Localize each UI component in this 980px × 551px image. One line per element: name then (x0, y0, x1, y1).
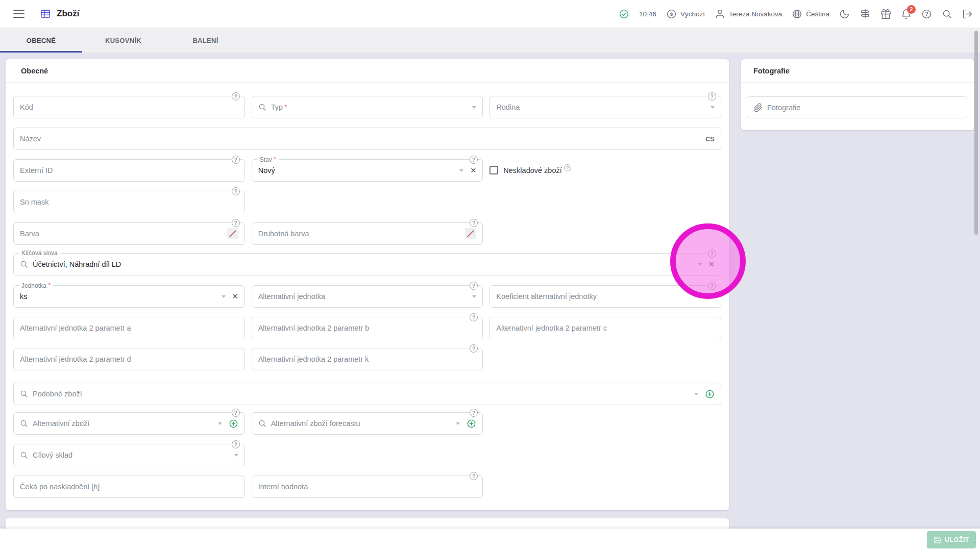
jednotka-field[interactable]: Jednotka ks (13, 285, 245, 308)
gift-icon[interactable] (880, 9, 891, 19)
sn-mask-field[interactable]: Sn mask (13, 191, 245, 213)
field-label: Alternativní jednotka 2 parametr a (20, 324, 131, 332)
dark-mode-moon-icon[interactable] (839, 9, 850, 19)
tab-obecne[interactable]: OBECNÉ (0, 28, 82, 53)
chevron-down-icon[interactable] (698, 263, 702, 266)
help-icon[interactable] (470, 344, 478, 353)
help-icon[interactable] (708, 92, 716, 101)
help-icon[interactable] (232, 440, 240, 448)
field-label: Alternativní jednotka 2 parametr k (258, 355, 369, 363)
help-circle-icon[interactable]: ? (921, 9, 932, 19)
search-icon[interactable] (942, 9, 952, 19)
user-button[interactable]: Tereza Nováková (715, 9, 782, 19)
druhotna-barva-field[interactable]: Druhotná barva (252, 222, 483, 245)
param-c-field[interactable]: Alternativní jednotka 2 parametr c (489, 317, 721, 339)
chevron-down-icon[interactable] (472, 106, 476, 109)
neskladove-zbozi-checkbox[interactable]: Neskladové zboží (489, 159, 721, 182)
globe-icon (792, 9, 802, 19)
field-label: Kód (20, 103, 33, 111)
field-label: Stav (260, 156, 276, 163)
ceka-po-naskladneni-field[interactable]: Čeká po naskladnění [h] (13, 475, 245, 498)
app-header: Zboží 10:46 $ Výchozí Tereza Novákov (0, 0, 980, 28)
chevron-down-icon[interactable] (234, 454, 238, 457)
clear-icon[interactable] (232, 293, 238, 300)
clear-icon[interactable] (470, 167, 476, 174)
param-d-field[interactable]: Alternativní jednotka 2 parametr d (13, 348, 245, 370)
help-icon[interactable] (470, 219, 478, 227)
add-icon[interactable] (467, 419, 476, 429)
param-a-field[interactable]: Alternativní jednotka 2 parametr a (13, 317, 245, 339)
svg-text:?: ? (925, 11, 928, 17)
interni-hodnota-field[interactable]: Interní hodnota (252, 475, 483, 498)
rodina-field[interactable]: Rodina (489, 96, 721, 118)
notifications-bell-icon[interactable]: 2 (901, 9, 912, 19)
help-icon[interactable] (470, 313, 478, 321)
save-button[interactable]: ULOŽIT (927, 531, 976, 548)
field-label: Sn mask (20, 198, 48, 206)
help-icon[interactable] (470, 472, 478, 480)
menu-icon[interactable] (13, 10, 24, 18)
help-icon[interactable] (470, 282, 478, 290)
chevron-down-icon[interactable] (459, 169, 463, 172)
help-icon[interactable] (232, 219, 240, 227)
field-value: Účetnictví, Náhradní díl LD (33, 260, 121, 268)
save-button-label: ULOŽIT (945, 536, 969, 543)
chevron-down-icon[interactable] (472, 295, 476, 298)
typ-field[interactable]: Typ (252, 96, 483, 118)
nazev-field[interactable]: Název CS (13, 128, 721, 150)
alternativni-jednotka-field[interactable]: Alternativní jednotka (252, 285, 483, 308)
language-button[interactable]: Čeština (792, 9, 829, 19)
environment-label: Výchozí (680, 10, 705, 18)
barva-field[interactable]: Barva (13, 222, 245, 245)
chevron-down-icon[interactable] (218, 422, 222, 425)
table-icon (40, 8, 51, 19)
no-color-swatch-icon[interactable] (465, 228, 476, 239)
param-b-field[interactable]: Alternativní jednotka 2 parametr b (252, 317, 483, 339)
externi-id-field[interactable]: Externí ID (13, 159, 245, 182)
field-label: Alternativní jednotka 2 parametr d (20, 355, 131, 363)
environment-button[interactable]: $ Výchozí (666, 9, 705, 19)
field-label: Alternativní jednotka (258, 292, 325, 300)
signpost-icon[interactable] (860, 8, 871, 19)
help-icon[interactable] (232, 92, 240, 101)
param-k-field[interactable]: Alternativní jednotka 2 parametr k (252, 348, 483, 370)
notification-badge: 2 (907, 5, 916, 14)
no-color-swatch-icon[interactable] (227, 228, 238, 239)
alternativni-zbozi-forecastu-field[interactable]: Alternativní zboží forecastu (252, 412, 483, 435)
fotografie-upload-field[interactable]: Fotografie (747, 96, 967, 118)
help-icon[interactable] (564, 164, 571, 171)
logout-icon[interactable] (962, 9, 973, 19)
checkbox[interactable] (489, 166, 498, 174)
help-icon[interactable] (708, 249, 716, 258)
help-icon[interactable] (232, 409, 240, 417)
alternativni-zbozi-field[interactable]: Alternativní zboží (13, 412, 245, 435)
stav-field[interactable]: Stav Nový (252, 159, 483, 182)
help-icon[interactable] (232, 187, 240, 195)
chevron-down-icon[interactable] (222, 295, 226, 298)
help-icon[interactable] (470, 409, 478, 417)
field-value: Nový (258, 166, 275, 174)
status-check-icon[interactable] (619, 9, 629, 19)
klicova-slova-field[interactable]: Klíčová slova Účetnictví, Náhradní díl L… (13, 253, 721, 276)
kod-field[interactable]: Kód (13, 96, 245, 118)
tab-baleni[interactable]: BALENÍ (164, 28, 247, 53)
help-icon[interactable] (470, 156, 478, 164)
search-icon (20, 260, 28, 268)
help-icon[interactable] (708, 282, 716, 290)
add-icon[interactable] (705, 389, 715, 399)
tab-kusovnik[interactable]: KUSOVNÍK (82, 28, 164, 53)
koeficient-field[interactable]: Koeficient alternativní jednotky (489, 285, 721, 308)
chevron-down-icon[interactable] (456, 422, 460, 425)
chevron-down-icon[interactable] (710, 106, 715, 109)
cilovy-sklad-field[interactable]: Cílový sklad (13, 444, 245, 466)
clear-icon[interactable] (708, 261, 715, 268)
field-label: Podobné zboží (33, 390, 82, 398)
help-icon[interactable] (232, 156, 240, 164)
add-icon[interactable] (229, 419, 238, 429)
search-icon (20, 419, 28, 428)
search-icon (20, 451, 28, 459)
chevron-down-icon[interactable] (694, 393, 698, 395)
user-icon (715, 9, 725, 19)
scrollbar-thumb[interactable] (974, 31, 978, 235)
podobne-zbozi-field[interactable]: Podobné zboží (13, 383, 721, 405)
